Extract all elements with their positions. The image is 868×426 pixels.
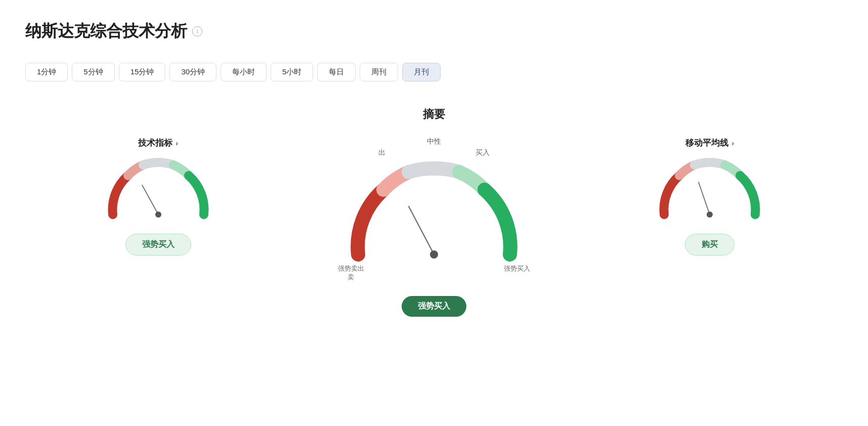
svg-line-4 (699, 182, 710, 215)
technical-indicators-gauge-svg (98, 154, 219, 225)
summary-title: 摘要 (25, 107, 843, 122)
moving-averages-chevron[interactable]: › (731, 139, 734, 147)
summary-section: 摘要 技术指标 › (25, 107, 843, 317)
tab-5分钟[interactable]: 5分钟 (72, 63, 114, 81)
info-icon[interactable]: i (192, 26, 202, 36)
svg-point-5 (707, 211, 713, 218)
technical-indicators-label: 技术指标 (138, 137, 172, 149)
tab-每小时[interactable]: 每小时 (221, 63, 267, 81)
svg-point-3 (430, 250, 438, 259)
gauges-row: 技术指标 › (25, 137, 843, 317)
tab-周刊[interactable]: 周刊 (360, 63, 398, 81)
moving-averages-label: 移动平均线 (685, 137, 728, 149)
technical-indicators-signal-btn[interactable]: 强势买入 (125, 234, 191, 255)
summary-signal-btn[interactable]: 强势买入 (402, 296, 466, 317)
tab-月刊[interactable]: 月刊 (402, 63, 441, 81)
page-title: 纳斯达克综合技术分析 i (25, 20, 843, 42)
moving-averages-header[interactable]: 移动平均线 › (685, 137, 734, 149)
technical-indicators-chevron[interactable]: › (176, 139, 178, 147)
moving-averages-gauge-svg (649, 154, 770, 225)
summary-left-label: 出 (378, 148, 385, 157)
tab-每日[interactable]: 每日 (317, 63, 356, 81)
technical-indicators-gauge: 技术指标 › (52, 137, 265, 255)
tab-5小时[interactable]: 5小时 (271, 63, 313, 81)
tab-1分钟[interactable]: 1分钟 (25, 63, 68, 81)
svg-point-1 (155, 211, 161, 218)
moving-averages-gauge: 移动平均线 › (603, 137, 816, 255)
tab-15分钟[interactable]: 15分钟 (119, 63, 166, 81)
tab-30分钟[interactable]: 30分钟 (169, 63, 216, 81)
moving-averages-signal-btn[interactable]: 购买 (685, 234, 734, 255)
technical-indicators-header[interactable]: 技术指标 › (138, 137, 178, 149)
title-text: 纳斯达克综合技术分析 (25, 20, 187, 42)
summary-right-label: 买入 (475, 148, 490, 157)
time-period-tabs: 1分钟5分钟15分钟30分钟每小时5小时每日周刊月刊 (25, 63, 843, 81)
svg-line-2 (409, 206, 434, 254)
summary-gauge-svg (338, 158, 530, 270)
summary-center-gauge: 中性 出 买入 (328, 137, 540, 317)
summary-top-label: 中性 (427, 137, 441, 146)
svg-line-0 (142, 185, 158, 215)
